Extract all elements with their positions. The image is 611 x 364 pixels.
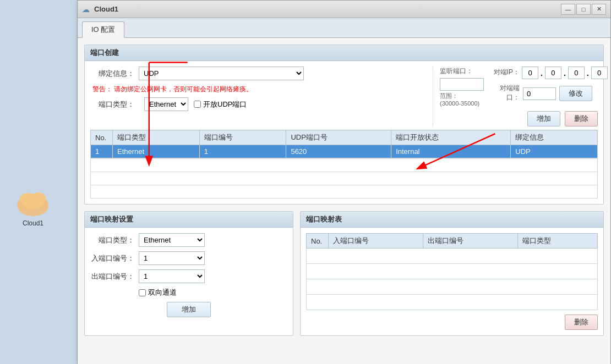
right-inner: 监听端口： 30000 范围：(30000-35000) 对端IP： [440,67,598,107]
remote-port-label: 对端端口： [489,84,520,102]
ip-octet-1[interactable] [522,67,538,79]
listen-col: 监听端口： 30000 范围：(30000-35000) [440,67,484,107]
cloud-icon [14,187,52,217]
out-port-select[interactable]: 1 2 3 [139,269,205,283]
add-mapping-button[interactable]: 增加 [167,302,211,317]
empty-row-3 [91,185,598,198]
cell-port-no: 1 [199,145,286,158]
port-table: No. 端口类型 端口编号 UDP端口号 端口开放状态 绑定信息 1 Ethe [90,130,598,158]
cell-status: Internal [391,145,511,158]
port-mapping-table-panel: 端口映射表 No. 入端口编号 出端口编号 端口类型 [300,211,604,336]
port-mapping-table-title: 端口映射表 [301,212,603,228]
port-creation-panel: 端口创建 绑定信息： UDP TCP VMware [84,45,604,205]
port-type-label: 端口类型： [90,100,134,109]
main-window: ☁ Cloud1 — □ ✕ IO 配置 端口创建 [77,0,611,364]
map-empty-row-3 [307,279,598,295]
tab-bar: IO 配置 [78,18,610,38]
cloud-icon-area: Cloud1 [11,187,55,227]
bidirect-checkbox[interactable] [139,289,146,296]
ip-octet-3[interactable] [568,67,585,79]
binding-label: 绑定信息： [90,69,134,79]
empty-row-1 [91,159,598,172]
listen-port-row: 监听端口： [440,67,484,77]
cloud-label: Cloud1 [23,219,43,227]
port-mapping-settings-title: 端口映射设置 [85,212,293,228]
col-port-no: 端口编号 [199,130,286,145]
title-bar-buttons: — □ ✕ [561,4,606,15]
cell-no: 1 [91,145,113,158]
port-creation-left: 绑定信息： UDP TCP VMware LinuxEth 警告： 请勿绑定公网… [90,67,427,126]
remote-ip-label: 对端IP： [489,68,520,77]
content-area: 端口创建 绑定信息： UDP TCP VMware [78,38,610,364]
port-type-row: 端口类型： Ethernet Serial 开放UDP端口 [90,97,422,111]
section-top: 绑定信息： UDP TCP VMware LinuxEth 警告： 请勿绑定公网… [90,67,598,126]
table-body: 1 Ethernet 1 5620 Internal UDP [91,145,598,158]
in-port-label: 入端口编号： [90,253,134,263]
port-hint: 范围：(30000-35000) [440,92,484,107]
title-bar: ☁ Cloud1 — □ ✕ [78,1,610,18]
bidirect-label[interactable]: 双向通道 [139,288,177,297]
open-udp-label[interactable]: 开放UDP端口 [194,100,247,109]
open-udp-checkbox[interactable] [194,101,201,108]
delete-mapping-button[interactable]: 删除 [565,315,598,330]
ip-fields: . . . [522,67,608,79]
binding-select[interactable]: UDP TCP VMware LinuxEth [139,67,304,80]
remote-col: 对端IP： . . . [489,67,608,107]
empty-row-2 [91,172,598,185]
remote-ip-row: 对端IP： . . . [489,67,608,79]
minimize-button[interactable]: — [561,4,575,15]
bottom-panels: 端口映射设置 端口类型： Ethernet Serial 入端口编号： [84,211,604,343]
col-no: No. [91,130,113,145]
col-port-type: 端口类型 [113,130,200,145]
table-header-row: No. 端口类型 端口编号 UDP端口号 端口开放状态 绑定信息 [91,130,598,145]
out-port-row: 出端口编号： 1 2 3 [90,269,287,283]
col-binding: 绑定信息 [511,130,598,145]
listen-port-input[interactable]: 30000 [440,78,484,91]
map-empty-row-2 [307,264,598,279]
mapping-port-type-select[interactable]: Ethernet Serial [139,233,205,247]
out-port-label: 出端口编号： [90,272,134,282]
modify-button[interactable]: 修改 [559,86,592,101]
tab-io-config[interactable]: IO 配置 [82,21,124,38]
port-mapping-settings-body: 端口类型： Ethernet Serial 入端口编号： 1 2 3 [85,228,293,323]
svg-point-5 [31,192,46,203]
cell-binding: UDP [511,145,598,158]
port-creation-right: 监听端口： 30000 范围：(30000-35000) 对端IP： [433,67,598,126]
port-table-empty [90,158,598,198]
cell-port-type: Ethernet [113,145,200,158]
empty-rows [91,159,598,198]
mapping-table-head: No. 入端口编号 出端口编号 端口类型 [307,234,598,249]
port-type-select[interactable]: Ethernet Serial [144,97,188,111]
col-udp-port: UDP端口号 [286,130,391,145]
maximize-button[interactable]: □ [576,4,591,15]
remote-port-input[interactable] [523,87,556,100]
port-creation-title: 端口创建 [85,45,603,61]
ip-octet-4[interactable] [591,67,608,79]
mapping-port-type-row: 端口类型： Ethernet Serial [90,233,287,247]
table-row[interactable]: 1 Ethernet 1 5620 Internal UDP [91,145,598,158]
close-button[interactable]: ✕ [592,4,606,15]
mapping-table: No. 入端口编号 出端口编号 端口类型 [306,233,598,310]
mapping-port-type-label: 端口类型： [90,235,134,245]
port-mapping-table-body: No. 入端口编号 出端口编号 端口类型 [301,228,603,335]
bidirect-row: 双向通道 [90,288,287,297]
map-col-in-port: 入端口编号 [329,234,423,249]
port-creation-body: 绑定信息： UDP TCP VMware LinuxEth 警告： 请勿绑定公网… [85,61,603,204]
listen-port-label: 监听端口： [440,67,473,76]
in-port-select[interactable]: 1 2 3 [139,251,205,265]
action-row: 增加 删除 [440,111,598,126]
col-status: 端口开放状态 [391,130,511,145]
add-port-button[interactable]: 增加 [527,111,560,126]
map-col-no: No. [307,234,329,249]
window-title: Cloud1 [94,5,561,13]
mapping-table-rows [307,249,598,310]
delete-port-button[interactable]: 删除 [565,111,598,126]
window-icon: ☁ [82,5,91,14]
map-col-type: 端口类型 [518,234,598,249]
port-mapping-settings-panel: 端口映射设置 端口类型： Ethernet Serial 入端口编号： [84,211,293,336]
remote-port-row: 对端端口： 修改 [489,84,608,103]
binding-row: 绑定信息： UDP TCP VMware LinuxEth [90,67,422,80]
map-empty-row-4 [307,295,598,310]
warning-text: 警告： 请勿绑定公网网卡，否则可能会引起网络瘫痪。 [92,85,422,94]
ip-octet-2[interactable] [545,67,561,79]
